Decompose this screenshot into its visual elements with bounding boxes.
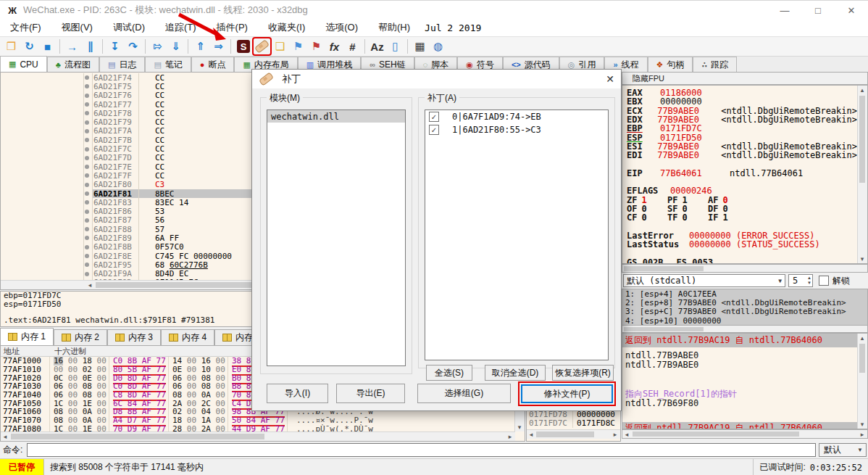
flags-row[interactable]: CF0TF0IF1 bbox=[627, 213, 857, 222]
scroll-down-icon[interactable]: ▾ bbox=[858, 420, 867, 429]
argument-row[interactable]: 1: [esp+4] A0C17EEA bbox=[622, 289, 867, 298]
argument-row[interactable]: 4: [esp+10] 00000000 bbox=[622, 316, 867, 325]
breakpoint-dot-icon[interactable] bbox=[85, 94, 89, 98]
menu-item-8[interactable]: 帮助(H) bbox=[368, 21, 420, 34]
dialog-title-bar[interactable]: 补丁 ✕ bbox=[252, 70, 621, 88]
register-row[interactable]: ESP0171FD50 bbox=[627, 133, 857, 141]
module-list[interactable]: wechatwin.dll bbox=[267, 110, 406, 366]
register-row[interactable]: EAX01186000 bbox=[627, 88, 857, 97]
stepper-arrows-icon[interactable]: ▲▼ bbox=[807, 276, 812, 286]
calling-convention-select[interactable]: 默认 (stdcall) ▼ bbox=[623, 274, 785, 287]
scylla-icon[interactable]: S bbox=[237, 40, 250, 53]
labels-icon[interactable]: ⚑ bbox=[290, 38, 306, 54]
patch-checkbox[interactable]: ✓ bbox=[429, 125, 439, 135]
breakpoint-dot-icon[interactable] bbox=[85, 200, 89, 205]
tab-笔记[interactable]: ▤笔记 bbox=[145, 57, 191, 72]
info-vertical-scrollbar[interactable]: ▴ ▾ bbox=[857, 334, 867, 429]
register-row[interactable]: ESI77B9ABE0<ntdll.DbgUiRemoteBreakin> bbox=[627, 142, 857, 151]
tab-句柄[interactable]: ❖句柄 bbox=[648, 57, 693, 72]
restore-selected-button[interactable]: 恢复选择项(R) bbox=[552, 365, 614, 381]
scroll-up-icon[interactable]: ▴ bbox=[858, 86, 867, 94]
status-register-row[interactable]: LastStatus00000000 (STATUS_SUCCESS) bbox=[627, 240, 857, 249]
register-row[interactable]: EBX00000000 bbox=[627, 97, 857, 106]
dump-row[interactable]: 77AF107008 00 0A 00A4 D7 AF 7718 00 1A 0… bbox=[1, 416, 515, 425]
scroll-down-icon[interactable]: ▾ bbox=[515, 423, 524, 431]
segment-row[interactable]: GS 002BFS 0053 bbox=[627, 258, 857, 263]
breakpoint-dot-icon[interactable] bbox=[85, 272, 89, 276]
minimize-button[interactable]: — bbox=[768, 1, 801, 20]
breakpoint-dot-icon[interactable] bbox=[85, 254, 89, 258]
open-file-icon[interactable]: ❒ bbox=[3, 38, 20, 54]
patch-checkbox[interactable]: ✓ bbox=[429, 112, 439, 122]
register-row[interactable]: EBP0171FD7C bbox=[627, 124, 857, 133]
stop-icon[interactable]: ■ bbox=[39, 38, 56, 54]
close-button[interactable]: ✕ bbox=[835, 1, 868, 20]
menu-item-3[interactable]: 调试(D) bbox=[103, 21, 155, 34]
dump-horizontal-scrollbar[interactable]: ◂ ▸ bbox=[1, 431, 515, 441]
dump-tab-3[interactable]: 内存 3 bbox=[107, 329, 161, 345]
breakpoint-dot-icon[interactable] bbox=[85, 84, 89, 88]
breakpoint-dot-icon[interactable] bbox=[85, 245, 89, 249]
arguments-pane[interactable]: 1: [esp+4] A0C17EEA2: [esp+8] 77B9ABE0 <… bbox=[622, 289, 868, 325]
scroll-right-icon[interactable]: ▸ bbox=[506, 432, 514, 441]
breakpoint-dot-icon[interactable] bbox=[85, 165, 89, 169]
registers-pane[interactable]: EAX01186000EBX00000000ECX77B9ABE0<ntdll.… bbox=[622, 85, 868, 264]
hash-icon[interactable]: # bbox=[344, 38, 361, 54]
flags-row[interactable]: OF0SF0DF0 bbox=[627, 205, 857, 213]
breakpoint-dot-icon[interactable] bbox=[85, 102, 89, 107]
maximize-button[interactable]: □ bbox=[801, 1, 835, 20]
scroll-down-icon[interactable]: ▾ bbox=[858, 255, 867, 263]
menu-item-6[interactable]: 收藏夹(I) bbox=[258, 21, 315, 34]
breakpoint-dot-icon[interactable] bbox=[85, 210, 89, 214]
command-profile-select[interactable]: 默认 ▼ bbox=[819, 443, 867, 457]
modules-icon[interactable]: ▯ bbox=[387, 38, 404, 54]
breakpoint-dot-icon[interactable] bbox=[85, 111, 89, 115]
arguments-horizontal-scrollbar[interactable] bbox=[622, 325, 868, 333]
execute-till-return-icon[interactable]: ⇑ bbox=[192, 38, 209, 54]
menu-item-7[interactable]: 选项(O) bbox=[315, 21, 368, 34]
hide-fpu-bar[interactable]: 隐藏FPU bbox=[622, 72, 868, 85]
unlock-checkbox[interactable] bbox=[819, 276, 829, 286]
scroll-left-icon[interactable]: ◂ bbox=[622, 430, 631, 439]
bookmarks-icon[interactable]: ⚑ bbox=[308, 38, 325, 54]
patch-list-item[interactable]: ✓0|6A7F1AD9:74->EB bbox=[425, 110, 608, 123]
step-over-icon[interactable]: ↷ bbox=[125, 38, 141, 54]
breakpoint-dot-icon[interactable] bbox=[85, 227, 89, 231]
attach-icon[interactable]: ⇒ bbox=[210, 38, 227, 54]
dump-tab-1[interactable]: 内存 1 bbox=[0, 328, 54, 345]
scroll-left-icon[interactable]: ◂ bbox=[1, 432, 9, 441]
menu-item-4[interactable]: 追踪(T) bbox=[155, 21, 206, 34]
scroll-right-icon[interactable]: ▸ bbox=[858, 430, 867, 439]
tab-断点[interactable]: ●断点 bbox=[191, 57, 235, 72]
register-row[interactable]: ECX77B9ABE0<ntdll.DbgUiRemoteBreakin> bbox=[627, 107, 857, 115]
step-into-icon[interactable]: ↧ bbox=[107, 38, 123, 54]
register-row[interactable]: EDI77B9ABE0<ntdll.DbgUiRemoteBreakin> bbox=[627, 151, 857, 160]
deselect-all-button[interactable]: 取消全选(D) bbox=[485, 365, 546, 381]
run-icon[interactable]: → bbox=[64, 38, 80, 54]
return-to-line[interactable]: 返回到 ntdll.77B9AC19 自 ntdll.77B64060 bbox=[622, 334, 858, 347]
scroll-left-icon[interactable]: ◂ bbox=[527, 430, 535, 439]
breakpoint-dot-icon[interactable] bbox=[85, 120, 89, 125]
stack-horizontal-scrollbar[interactable]: ◂ ▸ bbox=[527, 429, 620, 439]
disasm-operand-address[interactable]: 60C2776B bbox=[170, 260, 208, 270]
menu-item-2[interactable]: 视图(V) bbox=[51, 21, 103, 34]
status-register-row[interactable]: LastError00000000 (ERROR_SUCCESS) bbox=[627, 231, 857, 240]
tab-跟踪[interactable]: ∴跟踪 bbox=[693, 57, 737, 72]
dump-tab-4[interactable]: 内存 4 bbox=[161, 329, 214, 345]
breakpoint-dot-icon[interactable] bbox=[85, 138, 89, 142]
restart-icon[interactable]: ↻ bbox=[21, 38, 38, 54]
argument-count-stepper[interactable]: 5 ▲▼ bbox=[788, 274, 813, 287]
globe-icon[interactable]: ◍ bbox=[430, 38, 446, 54]
patch-file-button[interactable]: 修补文件(P) bbox=[521, 384, 613, 403]
breakpoint-dot-icon[interactable] bbox=[85, 129, 89, 133]
breakpoint-dot-icon[interactable] bbox=[85, 173, 89, 178]
module-list-item[interactable]: wechatwin.dll bbox=[267, 110, 405, 123]
argument-row[interactable]: 3: [esp+C] 77B9ABE0 <ntdll.DbgUiRemoteBr… bbox=[622, 307, 867, 316]
comments-icon[interactable]: ❏ bbox=[272, 38, 288, 54]
tab-日志[interactable]: ▤日志 bbox=[99, 57, 145, 72]
patch-list-item[interactable]: ✓1|6AD21F80:55->C3 bbox=[425, 123, 608, 136]
import-button[interactable]: 导入(I) bbox=[267, 384, 328, 403]
scroll-up-icon[interactable]: ▴ bbox=[858, 334, 867, 342]
dialog-close-icon[interactable]: ✕ bbox=[599, 73, 621, 85]
pause-icon[interactable]: ∥ bbox=[82, 38, 99, 54]
